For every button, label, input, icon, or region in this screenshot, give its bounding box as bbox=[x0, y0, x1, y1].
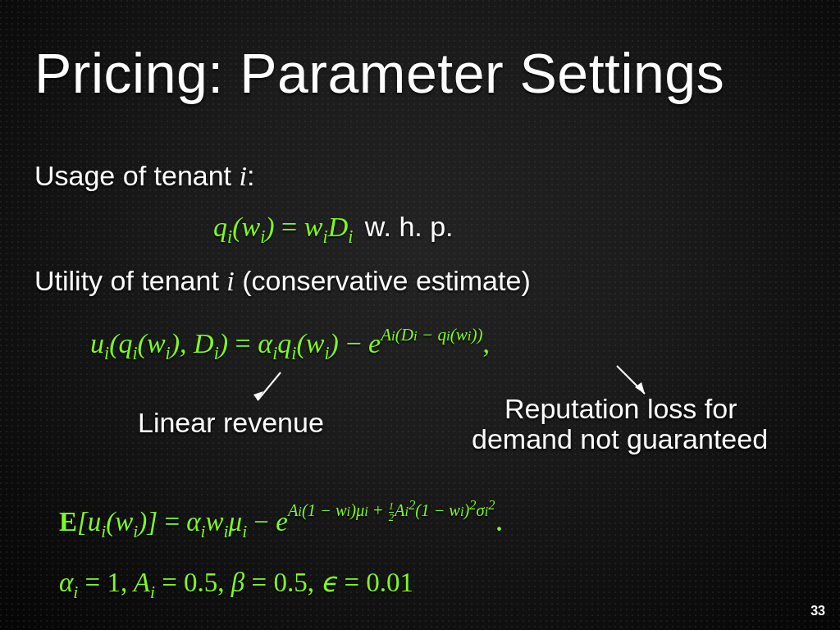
arrow-left-icon bbox=[246, 368, 295, 409]
usage-equation: qi(wi) = wiDi bbox=[213, 212, 360, 242]
expectation-tail: . bbox=[495, 501, 503, 538]
svg-marker-1 bbox=[253, 391, 263, 400]
usage-var: i bbox=[240, 161, 247, 191]
utility-line: Utility of tenant i (conservative estima… bbox=[34, 265, 531, 297]
usage-line: Usage of tenant i: bbox=[34, 160, 254, 192]
annotation-linear-revenue: Linear revenue bbox=[138, 408, 324, 438]
svg-line-2 bbox=[617, 366, 645, 394]
page-number: 33 bbox=[810, 604, 825, 619]
usage-equation-row: qi(wi) = wiDi w. h. p. bbox=[213, 211, 454, 248]
svg-line-0 bbox=[258, 372, 281, 400]
utility-equation: ui(qi(wi), Di) = αiqi(wi) − eAi(Di − qi(… bbox=[90, 328, 490, 364]
expectation-exponent: Ai(1 − wi)μi + 12Ai2(1 − wi)2σi2 bbox=[288, 499, 495, 523]
whp-text: w. h. p. bbox=[365, 211, 454, 242]
usage-pre: Usage of tenant bbox=[34, 160, 240, 191]
utility-eq-tail: , bbox=[483, 328, 491, 358]
utility-var: i bbox=[226, 266, 234, 296]
utility-pre: Utility of tenant bbox=[34, 265, 226, 296]
rep-loss-line1: Reputation loss for bbox=[472, 394, 840, 424]
utility-post: (conservative estimate) bbox=[235, 265, 531, 296]
rep-loss-line2: demand not guaranteed bbox=[472, 424, 840, 454]
utility-exponent: Ai(Di − qi(wi)) bbox=[381, 326, 482, 344]
usage-post: : bbox=[247, 160, 254, 191]
parameter-values: αi = 1, Ai = 0.5, β = 0.5, ϵ = 0.01 bbox=[59, 566, 413, 603]
slide-title: Pricing: Parameter Settings bbox=[34, 41, 724, 105]
annotation-reputation-loss: Reputation loss for demand not guarantee… bbox=[472, 394, 840, 455]
slide: Pricing: Parameter Settings Usage of ten… bbox=[0, 0, 840, 630]
svg-marker-3 bbox=[635, 382, 645, 394]
expectation-equation: E[ui(wi)] = αiwiμi − eAi(1 − wi)μi + 12A… bbox=[59, 500, 503, 542]
